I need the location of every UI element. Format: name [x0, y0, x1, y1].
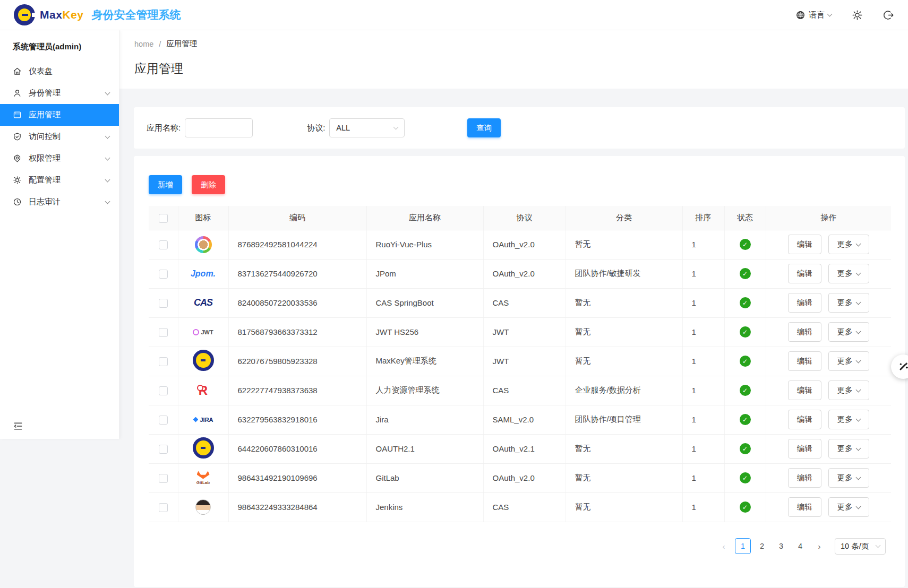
edit-button[interactable]: 编辑: [788, 410, 821, 429]
edit-button[interactable]: 编辑: [788, 497, 821, 517]
app-code: 644220607860310016: [228, 434, 366, 463]
sidebar-item[interactable]: 访问控制: [0, 126, 119, 148]
app-name: Jira: [366, 405, 483, 434]
app-sort: 1: [682, 347, 724, 376]
maxkey-logo-icon: [14, 4, 35, 25]
delete-button[interactable]: 删除: [192, 175, 225, 194]
more-button[interactable]: 更多: [828, 293, 869, 313]
more-button[interactable]: 更多: [828, 351, 869, 371]
chevron-down-icon: [105, 134, 110, 139]
page-number-button[interactable]: 4: [792, 538, 808, 554]
table-row: 632279563832918016 Jira SAML_v2.0 团队协作/项…: [149, 405, 891, 434]
logout-icon[interactable]: [883, 10, 894, 21]
app-sort: 1: [682, 230, 724, 259]
page-header: home / 应用管理 应用管理: [119, 30, 908, 89]
edit-button[interactable]: 编辑: [788, 264, 821, 283]
sidebar-item[interactable]: 仪表盘: [0, 60, 119, 82]
sidebar-item-label: 应用管理: [29, 110, 109, 120]
sidebar-item-icon: [13, 176, 22, 185]
next-page-button[interactable]: ›: [811, 538, 827, 554]
select-all-checkbox[interactable]: [159, 214, 168, 223]
app-name-input[interactable]: [185, 118, 253, 137]
sidebar-item[interactable]: 应用管理: [0, 104, 119, 126]
sidebar-item[interactable]: 权限管理: [0, 148, 119, 169]
row-checkbox[interactable]: [159, 386, 168, 395]
sidebar-item-icon: [13, 132, 22, 141]
sidebar-item-label: 仪表盘: [29, 66, 109, 76]
edit-button[interactable]: 编辑: [788, 293, 821, 313]
row-checkbox[interactable]: [159, 474, 168, 483]
collapse-sidebar-icon[interactable]: [13, 421, 23, 431]
status-enabled-icon: [740, 356, 751, 367]
sidebar-item[interactable]: 日志审计: [0, 191, 119, 213]
edit-button[interactable]: 编辑: [788, 235, 821, 254]
app-protocol: SAML_v2.0: [483, 405, 566, 434]
search-button[interactable]: 查询: [467, 118, 501, 137]
app-sort: 1: [682, 492, 724, 522]
sidebar-item[interactable]: 配置管理: [0, 169, 119, 191]
table-row: 644220607860310016 OAUTH2.1 OAuth_v2.1 暂…: [149, 434, 891, 463]
app-protocol: OAuth_v2.0: [483, 463, 566, 492]
prev-page-button[interactable]: ‹: [716, 538, 732, 554]
row-checkbox[interactable]: [159, 416, 168, 425]
more-button[interactable]: 更多: [828, 468, 869, 488]
app-category: 团队协作/敏捷研发: [566, 259, 682, 288]
chevron-down-icon: [105, 199, 110, 204]
app-sort: 1: [682, 317, 724, 347]
status-enabled-icon: [740, 268, 751, 279]
row-checkbox[interactable]: [159, 357, 168, 366]
row-checkbox[interactable]: [159, 328, 168, 337]
sidebar: 系统管理员(admin) 仪表盘 身份管理 应用管理 访问控制 权限管理: [0, 30, 119, 439]
table-header-row: 图标 编码 应用名称 协议 分类 排序 状态 操作: [149, 206, 891, 230]
row-checkbox[interactable]: [159, 270, 168, 279]
breadcrumb: home / 应用管理: [134, 39, 908, 49]
page-size-select[interactable]: 10 条/页: [835, 538, 886, 555]
app-protocol: OAuth_v2.0: [483, 259, 566, 288]
row-checkbox[interactable]: [159, 240, 168, 249]
row-checkbox[interactable]: [159, 503, 168, 512]
row-checkbox[interactable]: [159, 299, 168, 308]
more-button[interactable]: 更多: [828, 264, 869, 283]
sidebar-item[interactable]: 身份管理: [0, 82, 119, 104]
more-button[interactable]: 更多: [828, 381, 869, 400]
more-button[interactable]: 更多: [828, 410, 869, 429]
app-category: 团队协作/项目管理: [566, 405, 682, 434]
app-logo-icon: [191, 497, 216, 518]
app-protocol: JWT: [483, 317, 566, 347]
chevron-down-icon: [855, 241, 861, 246]
more-button[interactable]: 更多: [828, 439, 869, 459]
edit-button[interactable]: 编辑: [788, 351, 821, 371]
breadcrumb-home-link[interactable]: home: [134, 40, 153, 48]
more-button[interactable]: 更多: [828, 235, 869, 254]
app-category: 暂无: [566, 463, 682, 492]
more-button[interactable]: 更多: [828, 497, 869, 517]
app-sort: 1: [682, 434, 724, 463]
app-category: 暂无: [566, 288, 682, 317]
protocol-select[interactable]: ALL: [329, 118, 405, 137]
app-code: 824008507220033536: [228, 288, 366, 317]
chevron-down-icon: [393, 124, 399, 129]
app-logo-icon: [191, 409, 216, 430]
sidebar-item-label: 访问控制: [29, 132, 99, 142]
edit-button[interactable]: 编辑: [788, 381, 821, 400]
more-button[interactable]: 更多: [828, 322, 869, 342]
add-button[interactable]: 新增: [149, 175, 182, 194]
row-checkbox[interactable]: [159, 445, 168, 454]
edit-button[interactable]: 编辑: [788, 468, 821, 488]
page-number-button[interactable]: 1: [735, 538, 751, 554]
column-header-name: 应用名称: [366, 206, 483, 230]
sidebar-item-icon: [13, 197, 22, 206]
app-category: 暂无: [566, 230, 682, 259]
magic-wand-icon: [897, 361, 908, 373]
page-number-button[interactable]: 3: [773, 538, 789, 554]
language-menu[interactable]: 语言: [795, 10, 832, 20]
status-enabled-icon: [740, 297, 751, 308]
app-protocol: OAuth_v2.0: [483, 230, 566, 259]
page-number-button[interactable]: 2: [754, 538, 770, 554]
edit-button[interactable]: 编辑: [788, 322, 821, 342]
brand: MaxKey 身份安全管理系统: [14, 4, 181, 25]
status-enabled-icon: [740, 501, 751, 513]
settings-icon[interactable]: [852, 10, 863, 21]
edit-button[interactable]: 编辑: [788, 439, 821, 459]
filter-panel: 应用名称: 协议: ALL 查询: [134, 107, 905, 149]
